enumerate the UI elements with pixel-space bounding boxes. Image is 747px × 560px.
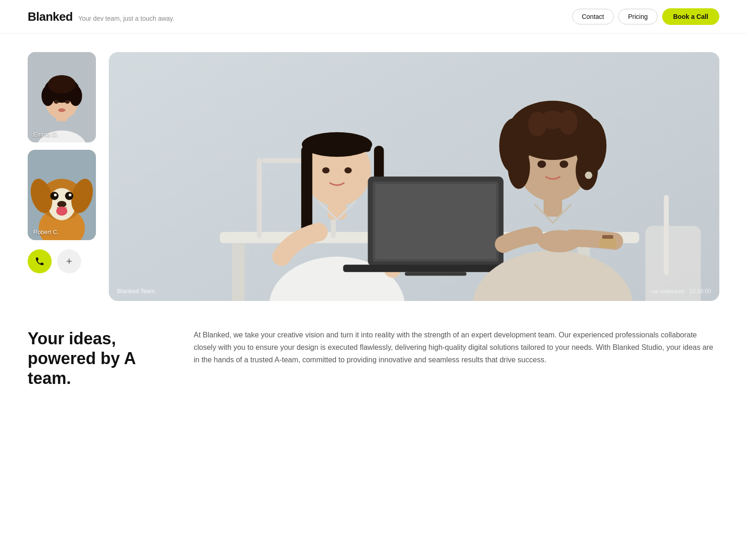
phone-icon [35, 256, 45, 266]
book-call-button[interactable]: Book a Call [662, 8, 719, 25]
svg-point-20 [69, 194, 71, 196]
svg-point-22 [56, 206, 67, 216]
svg-point-59 [537, 230, 581, 252]
hero-url: cal.us/blanked [652, 289, 684, 294]
svg-rect-60 [599, 238, 616, 248]
add-member-button[interactable]: + [57, 249, 81, 273]
svg-point-10 [58, 108, 65, 112]
team-name: Blanked Team [117, 288, 155, 295]
headline: Your ideas, powered by A team. [28, 329, 157, 389]
svg-point-38 [322, 167, 330, 173]
svg-point-9 [65, 100, 70, 104]
svg-point-52 [575, 151, 598, 190]
svg-rect-25 [232, 243, 244, 301]
svg-point-58 [585, 171, 592, 179]
team-sidebar: Emma D. [28, 52, 96, 273]
hero-image: Blanked Team cal.us/blanked 22:16:00 [109, 52, 719, 301]
call-button[interactable] [28, 249, 52, 273]
hero-time: 22:16:00 [689, 288, 711, 295]
avatar-label-emma: Emma D. [33, 131, 58, 138]
headline-block: Your ideas, powered by A team. [28, 329, 157, 389]
pricing-button[interactable]: Pricing [618, 9, 658, 24]
svg-point-19 [54, 194, 57, 196]
bottom-section: Your ideas, powered by A team. At Blanke… [28, 329, 719, 416]
description-text: At Blanked, we take your creative vision… [194, 329, 719, 366]
svg-point-39 [344, 167, 352, 173]
svg-rect-42 [375, 184, 496, 259]
contact-button[interactable]: Contact [572, 9, 614, 24]
svg-point-57 [560, 160, 569, 168]
svg-point-37 [302, 132, 372, 157]
svg-rect-61 [602, 235, 613, 239]
avatar-card-robert[interactable]: Robert C. [28, 150, 96, 240]
svg-rect-44 [405, 272, 467, 276]
avatar-label-robert: Robert C. [33, 229, 59, 236]
hero-info: cal.us/blanked 22:16:00 [652, 288, 711, 295]
svg-point-7 [48, 75, 76, 94]
svg-point-56 [537, 160, 546, 168]
top-section: Emma D. [28, 52, 719, 301]
action-buttons: + [28, 249, 96, 273]
plus-icon: + [66, 255, 72, 267]
svg-point-21 [57, 201, 66, 207]
svg-point-55 [540, 111, 565, 129]
avatar-card-emma[interactable]: Emma D. [28, 52, 96, 142]
hero-team-label: Blanked Team [117, 288, 155, 295]
headline-line2: powered by A team. [28, 349, 135, 388]
site-header: Blanked Your dev team, just a touch away… [0, 0, 747, 34]
hero-illustration [109, 52, 719, 301]
description-block: At Blanked, we take your creative vision… [194, 329, 719, 389]
svg-point-8 [54, 100, 59, 104]
header-nav: Contact Pricing Book a Call [572, 8, 719, 25]
headline-line1: Your ideas, [28, 329, 116, 348]
site-logo: Blanked [28, 10, 73, 24]
svg-point-51 [508, 146, 530, 189]
header-brand: Blanked Your dev team, just a touch away… [28, 10, 174, 24]
site-tagline: Your dev team, just a touch away. [78, 15, 175, 22]
svg-rect-27 [257, 158, 262, 238]
main-content: Emma D. [0, 34, 747, 435]
